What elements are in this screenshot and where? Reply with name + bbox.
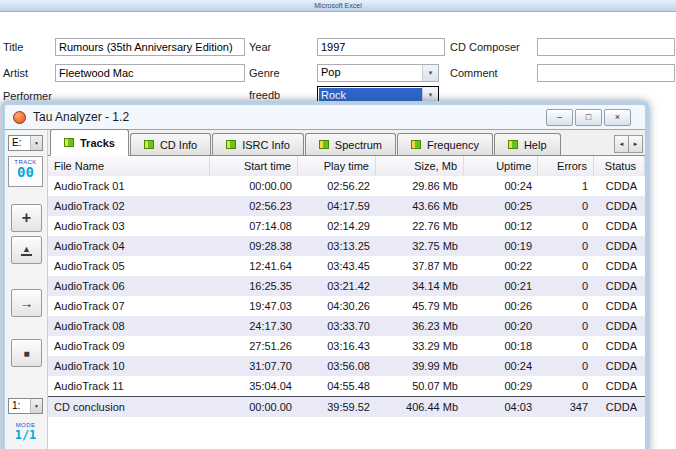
minimize-button[interactable]: – [546, 109, 573, 126]
plus-button[interactable]: + [11, 204, 42, 232]
table-cell: 00:24 [464, 176, 538, 196]
table-row[interactable]: AudioTrack 0616:25.3503:21.4234.14 Mb00:… [48, 276, 645, 296]
background-window-title: Microsoft Excel [314, 2, 361, 9]
tau-analyzer-window: Tau Analyzer - 1.2 – □ × E: ▼ TRACK 00 +… [1, 101, 649, 449]
table-cell: 19:47.03 [210, 296, 298, 316]
table-row[interactable]: AudioTrack 0307:14.0802:14.2922.76 Mb00:… [48, 216, 645, 236]
title-input[interactable] [55, 38, 245, 56]
table-row[interactable]: AudioTrack 0409:28.3803:13.2532.75 Mb00:… [48, 236, 645, 256]
column-header[interactable]: Status [594, 156, 645, 176]
table-cell: 347 [538, 397, 594, 417]
table-cell: 03:56.08 [298, 356, 376, 376]
next-track-button[interactable]: → [11, 289, 42, 317]
table-cell: AudioTrack 07 [48, 296, 210, 316]
genre-dropdown[interactable]: Pop ▼ [317, 64, 439, 82]
drive-selector[interactable]: E: ▼ [8, 135, 43, 151]
table-cell: 03:21.42 [298, 276, 376, 296]
column-header[interactable]: Start time [210, 156, 298, 176]
table-cell: 0 [538, 316, 594, 336]
genre-value: Pop [318, 65, 422, 81]
table-cell: 31:07.70 [210, 356, 298, 376]
table-cell: 35:04.04 [210, 376, 298, 396]
table-row[interactable]: AudioTrack 1031:07.7003:56.0839.99 Mb00:… [48, 356, 645, 376]
table-cell: 02:56.23 [210, 196, 298, 216]
window-titlebar[interactable]: Tau Analyzer - 1.2 – □ × [5, 105, 645, 129]
stop-icon: ■ [23, 348, 29, 359]
arrow-right-icon: → [20, 295, 34, 311]
tab-label: Tracks [80, 137, 115, 149]
column-header[interactable]: Play time [298, 156, 376, 176]
cd-composer-input[interactable] [537, 38, 675, 56]
comment-input[interactable] [537, 64, 675, 82]
table-cell: CDDA [594, 316, 645, 336]
table-cell: CDDA [594, 236, 645, 256]
chevron-down-icon[interactable]: ▼ [30, 136, 42, 150]
table-cell: 03:13.25 [298, 236, 376, 256]
main-area: TracksCD InfoISRC InfoSpectrumFrequencyH… [48, 130, 645, 449]
table-cell: CDDA [594, 356, 645, 376]
table-cell: AudioTrack 06 [48, 276, 210, 296]
tab-label: Spectrum [335, 139, 382, 151]
table-cell: CDDA [594, 296, 645, 316]
tab-tracks[interactable]: Tracks [50, 129, 129, 156]
freedb-value: Rock [319, 88, 422, 102]
table-cell: AudioTrack 01 [48, 176, 210, 196]
artist-input[interactable] [55, 64, 245, 82]
tab-scroll-left-button[interactable]: ◄ [614, 135, 629, 153]
table-cell: 36.23 Mb [376, 316, 464, 336]
table-cell: CDDA [594, 397, 645, 417]
table-cell: 02:14.29 [298, 216, 376, 236]
mode-selector-value: 1: [9, 399, 30, 413]
table-cell: 0 [538, 256, 594, 276]
table-row[interactable]: AudioTrack 0100:00.0002:56.2229.86 Mb00:… [48, 176, 645, 196]
tab-scroll-right-button[interactable]: ► [628, 135, 643, 153]
table-cell: 03:16.43 [298, 336, 376, 356]
mode-selector[interactable]: 1: ▼ [8, 398, 43, 414]
tab-frequency[interactable]: Frequency [397, 133, 493, 155]
tab-flag-icon [411, 140, 421, 149]
table-row[interactable]: AudioTrack 1135:04.0404:55.4850.07 Mb00:… [48, 376, 645, 396]
table-cell: 1 [538, 176, 594, 196]
table-cell: 22.76 Mb [376, 216, 464, 236]
table-row[interactable]: AudioTrack 0719:47.0304:30.2645.79 Mb00:… [48, 296, 645, 316]
tab-spectrum[interactable]: Spectrum [305, 133, 396, 155]
table-cell: 04:55.48 [298, 376, 376, 396]
stop-button[interactable]: ■ [11, 339, 42, 367]
tab-flag-icon [508, 140, 518, 149]
table-cell: 50.07 Mb [376, 376, 464, 396]
table-cell: 09:28.38 [210, 236, 298, 256]
tab-help[interactable]: Help [494, 133, 561, 155]
table-row[interactable]: AudioTrack 0202:56.2304:17.5943.66 Mb00:… [48, 196, 645, 216]
table-cell: 00:25 [464, 196, 538, 216]
close-button[interactable]: × [604, 109, 631, 126]
table-row[interactable]: AudioTrack 0824:17.3003:33.7036.23 Mb00:… [48, 316, 645, 336]
eject-button[interactable]: ▲ [11, 236, 42, 264]
table-cell: 04:30.26 [298, 296, 376, 316]
table-cell: 00:21 [464, 276, 538, 296]
mode-display: MODE 1/1 [8, 420, 43, 443]
table-cell: 43.66 Mb [376, 196, 464, 216]
eject-icon: ▲ [21, 245, 32, 256]
column-header[interactable]: Uptime [464, 156, 538, 176]
table-cell: 00:26 [464, 296, 538, 316]
tab-label: Frequency [427, 139, 479, 151]
column-header[interactable]: Size, Mb [376, 156, 464, 176]
year-input[interactable] [317, 38, 445, 56]
maximize-button[interactable]: □ [575, 109, 602, 126]
sidebar: E: ▼ TRACK 00 + ▲ → ■ 1: ▼ MODE 1/1 [5, 130, 48, 449]
track-display-value: 00 [9, 165, 42, 180]
chevron-down-icon[interactable]: ▼ [422, 65, 438, 81]
cd-conclusion-row[interactable]: CD conclusion00:00.0039:59.52406.44 Mb04… [48, 396, 645, 417]
table-row[interactable]: AudioTrack 0927:51.2603:16.4333.29 Mb00:… [48, 336, 645, 356]
screen: { "background_window": { "titlebar_text"… [0, 0, 676, 449]
tab-isrc-info[interactable]: ISRC Info [212, 133, 304, 155]
table-cell: AudioTrack 11 [48, 376, 210, 396]
column-header[interactable]: File Name [48, 156, 210, 176]
table-row[interactable]: AudioTrack 0512:41.6403:43.4537.87 Mb00:… [48, 256, 645, 276]
mode-display-value: 1/1 [8, 428, 43, 443]
chevron-down-icon[interactable]: ▼ [30, 399, 42, 413]
tab-label: Help [524, 139, 547, 151]
background-window-titlebar: Microsoft Excel [0, 0, 676, 12]
column-header[interactable]: Errors [538, 156, 594, 176]
tab-cd-info[interactable]: CD Info [130, 133, 211, 155]
